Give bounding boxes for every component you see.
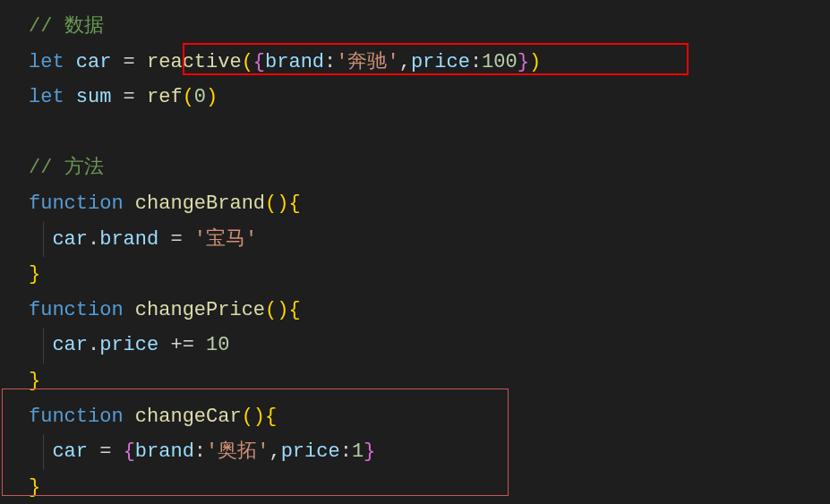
indent-guide	[43, 222, 44, 258]
keyword-function: function	[29, 192, 124, 215]
code-line-11: }	[7, 363, 830, 399]
operator-plus-equals: +=	[158, 334, 206, 356]
variable-car: car	[76, 51, 112, 73]
keyword-let: let	[29, 86, 64, 108]
open-paren: (	[183, 86, 194, 108]
comment: // 数据	[29, 15, 104, 38]
close-brace: }	[29, 263, 40, 286]
open-brace: {	[124, 440, 135, 463]
parens: ()	[265, 299, 288, 321]
property-price: price	[281, 440, 340, 463]
close-brace: }	[29, 370, 40, 392]
code-line-9: function changePrice(){	[7, 293, 830, 329]
property-price: price	[99, 334, 158, 356]
function-changeprice: changePrice	[135, 299, 265, 321]
parens: ()	[242, 406, 265, 428]
code-editor[interactable]: // 数据 let car = reactive({brand:'奔驰',pri…	[0, 9, 830, 504]
number-value: 0	[194, 86, 206, 108]
colon: :	[470, 51, 482, 73]
number-value: 100	[482, 51, 518, 73]
colon: :	[324, 51, 336, 73]
code-line-1: // 数据	[7, 9, 830, 45]
keyword-let: let	[29, 51, 64, 73]
variable-car: car	[52, 334, 88, 356]
keyword-function: function	[29, 406, 124, 428]
property-brand: brand	[135, 440, 194, 463]
colon: :	[340, 440, 352, 463]
dot: .	[88, 334, 99, 356]
string-value: '奥拓'	[206, 440, 269, 463]
close-brace: }	[518, 51, 529, 73]
code-line-13: car = {brand:'奥拓',price:1}	[7, 434, 830, 470]
operator-equals: =	[158, 228, 194, 251]
code-line-8: }	[7, 257, 830, 293]
close-paren: )	[529, 51, 541, 73]
code-line-10: car.price += 10	[7, 328, 830, 363]
keyword-function: function	[29, 299, 124, 321]
comma: ,	[269, 440, 280, 463]
comment: // 方法	[29, 157, 104, 179]
function-reactive: reactive	[147, 51, 242, 73]
function-changebrand: changeBrand	[135, 192, 265, 215]
close-brace: }	[364, 440, 375, 463]
open-paren: (	[242, 51, 253, 73]
property-price: price	[411, 51, 470, 73]
code-line-12: function changeCar(){	[7, 399, 830, 435]
indent-guide	[43, 328, 44, 363]
close-paren: )	[206, 86, 218, 108]
open-brace: {	[288, 299, 300, 321]
code-line-6: function changeBrand(){	[7, 186, 830, 222]
number-value: 10	[206, 334, 229, 356]
code-line-5: // 方法	[7, 150, 830, 186]
string-value: '奔驰'	[336, 51, 398, 73]
variable-car: car	[52, 228, 88, 251]
variable-sum: sum	[76, 86, 112, 108]
open-brace: {	[265, 406, 277, 428]
parens: ()	[265, 192, 288, 215]
operator-equals: =	[111, 51, 147, 73]
close-brace: }	[29, 476, 40, 499]
string-value: '宝马'	[194, 228, 257, 251]
comma: ,	[399, 51, 411, 73]
colon: :	[194, 440, 206, 463]
code-line-2: let car = reactive({brand:'奔驰',price:100…	[7, 45, 830, 81]
property-brand: brand	[265, 51, 324, 73]
code-line-7: car.brand = '宝马'	[7, 222, 830, 258]
code-line-empty	[7, 115, 830, 151]
variable-car: car	[52, 440, 88, 463]
operator-equals: =	[111, 86, 147, 108]
function-changecar: changeCar	[135, 406, 242, 428]
open-brace: {	[288, 192, 300, 215]
property-brand: brand	[99, 228, 158, 251]
code-line-14: }	[7, 470, 830, 504]
number-value: 1	[352, 440, 364, 463]
code-line-3: let sum = ref(0)	[7, 80, 830, 115]
open-brace: {	[253, 51, 265, 73]
function-ref: ref	[147, 86, 183, 108]
indent-guide	[43, 434, 44, 470]
dot: .	[88, 228, 99, 251]
operator-equals: =	[88, 440, 124, 463]
